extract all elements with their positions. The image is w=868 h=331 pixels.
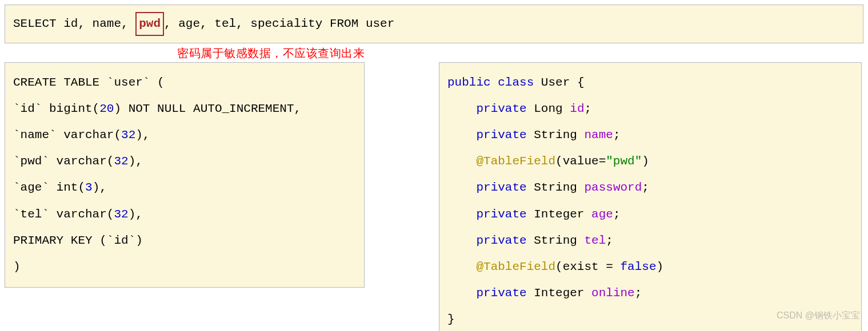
select-sql-box: SELECT id, name, pwd, age, tel, speciali… [5,5,863,43]
java-line-6: private Integer age; [447,201,853,228]
java-line-9: private Integer online; [447,280,853,306]
select-sql-pre: SELECT id, name, [13,17,135,30]
java-line-2: private Long id; [447,96,853,122]
sql-line-1: CREATE TABLE `user` ( [13,70,356,96]
create-table-box: CREATE TABLE `user` ( `id` bigint(20) NO… [5,62,365,288]
lower-area: CREATE TABLE `user` ( `id` bigint(20) NO… [5,62,863,331]
sensitive-data-annotation: 密码属于敏感数据，不应该查询出来 [177,46,863,61]
java-line-8: @TableField(exist = false) [447,254,853,280]
watermark: CSDN @钢铁小宝宝 [777,310,860,322]
java-line-4: @TableField(value="pwd") [447,148,853,175]
sql-line-2: `id` bigint(20) NOT NULL AUTO_INCREMENT, [13,96,356,122]
java-line-7: private String tel; [447,228,853,254]
pwd-highlight: pwd [135,12,164,36]
java-line-5: private String password; [447,175,853,201]
java-class-box: public class User { private Long id; pri… [439,62,862,331]
sql-line-5: `age` int(3), [13,175,356,201]
sql-line-3: `name` varchar(32), [13,122,356,148]
java-line-3: private String name; [447,122,853,148]
java-line-1: public class User { [447,70,853,96]
select-sql-post: , age, tel, speciality FROM user [164,17,394,30]
sql-line-6: `tel` varchar(32), [13,201,356,228]
sql-line-8: ) [13,254,356,280]
sql-line-4: `pwd` varchar(32), [13,148,356,175]
sql-line-7: PRIMARY KEY (`id`) [13,228,356,254]
